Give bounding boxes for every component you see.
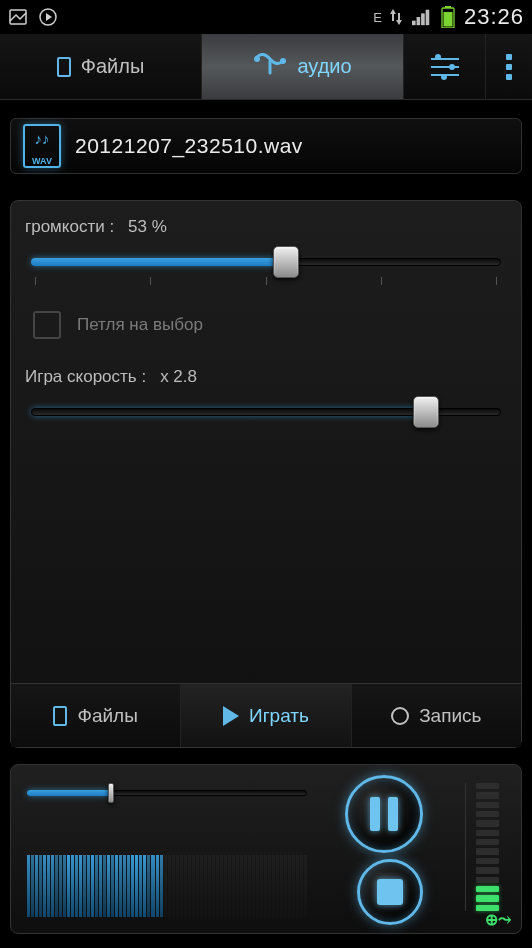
- file-icon: [57, 57, 71, 77]
- btab-play[interactable]: Играть: [181, 684, 351, 747]
- pause-icon: [370, 797, 398, 831]
- svg-rect-6: [416, 17, 420, 25]
- speed-value: x 2.8: [160, 367, 197, 387]
- stop-icon: [377, 879, 403, 905]
- pause-button[interactable]: [345, 775, 423, 853]
- volume-value: 53 %: [128, 217, 167, 237]
- track-filename: 20121207_232510.wav: [75, 134, 303, 158]
- svg-point-13: [280, 58, 286, 64]
- speed-label: Игра скорость :: [25, 367, 146, 387]
- tab-menu[interactable]: [486, 34, 532, 99]
- btab-record[interactable]: Запись: [352, 684, 521, 747]
- loop-checkbox[interactable]: [33, 311, 61, 339]
- svg-rect-11: [443, 12, 452, 27]
- svg-rect-7: [421, 13, 425, 25]
- data-arrows-icon: [386, 7, 406, 27]
- svg-rect-8: [426, 10, 430, 25]
- tab-files-label: Файлы: [81, 55, 145, 78]
- svg-point-12: [254, 56, 260, 62]
- svg-marker-2: [46, 13, 52, 21]
- menu-dots-icon: [506, 54, 512, 80]
- current-track[interactable]: WAV 20121207_232510.wav: [10, 118, 522, 174]
- top-tab-bar: Файлы аудио: [0, 34, 532, 100]
- audio-controls-panel: громкости : 53 % Петля на выбор Игра ско…: [10, 200, 522, 748]
- btab-files-label: Файлы: [77, 705, 137, 727]
- stop-button[interactable]: [357, 859, 423, 925]
- panel-bottom-tabs: Файлы Играть Запись: [11, 683, 521, 747]
- svg-rect-5: [412, 21, 416, 26]
- clock-time: 23:26: [464, 4, 524, 30]
- status-bar: E 23:26: [0, 0, 532, 34]
- file-icon: [53, 706, 67, 726]
- btab-record-label: Запись: [419, 705, 481, 727]
- svg-marker-4: [396, 13, 402, 25]
- volume-label: громкости :: [25, 217, 114, 237]
- tab-files[interactable]: Файлы: [0, 34, 202, 99]
- level-meter: [465, 783, 499, 911]
- btab-files[interactable]: Файлы: [11, 684, 181, 747]
- progress-slider[interactable]: [27, 783, 307, 803]
- btab-play-label: Играть: [249, 705, 309, 727]
- battery-icon: [438, 7, 458, 27]
- loop-label: Петля на выбор: [77, 315, 203, 335]
- tab-equalizer[interactable]: [404, 34, 486, 99]
- expand-icon[interactable]: ⊕⤳: [485, 910, 511, 929]
- wav-file-icon: WAV: [23, 124, 61, 168]
- tab-audio[interactable]: аудио: [202, 34, 404, 99]
- speed-slider[interactable]: [25, 397, 507, 427]
- audio-icon: [253, 53, 287, 80]
- equalizer-icon: [431, 56, 459, 78]
- image-icon: [8, 7, 28, 27]
- svg-marker-3: [390, 9, 396, 21]
- signal-icon: [412, 7, 432, 27]
- network-edge-label: E: [373, 10, 382, 25]
- play-icon: [223, 706, 239, 726]
- tab-audio-label: аудио: [297, 55, 351, 78]
- player-strip: ⊕⤳: [10, 764, 522, 934]
- play-circle-icon: [38, 7, 58, 27]
- waveform-display: [27, 855, 307, 917]
- volume-slider[interactable]: [25, 247, 507, 277]
- record-icon: [391, 707, 409, 725]
